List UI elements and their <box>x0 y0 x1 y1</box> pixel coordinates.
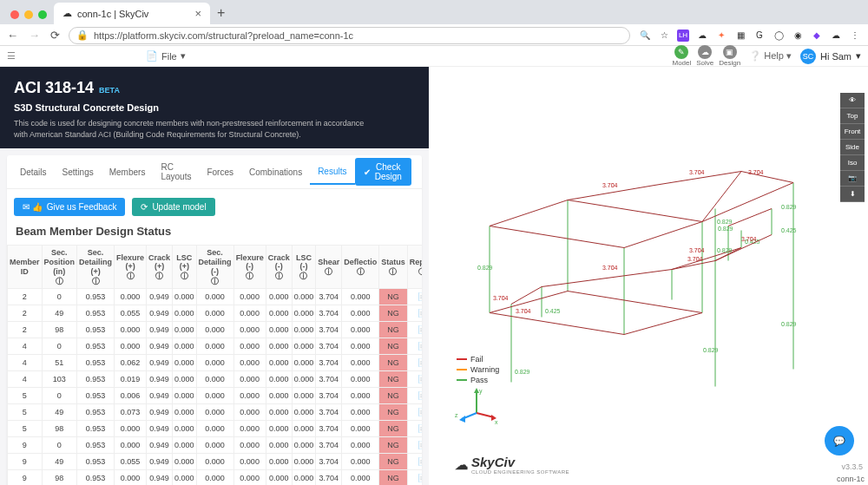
window-controls[interactable] <box>7 10 54 24</box>
mode-model[interactable]: ✎Model <box>672 45 691 67</box>
report-icon[interactable]: 📄 <box>418 408 422 416</box>
skyciv-logo: ☁ SkyCiv CLOUD ENGINEERING SOFTWARE <box>455 455 569 475</box>
report-icon[interactable]: 📄 <box>418 441 422 449</box>
url-text: https://platform.skyciv.com/structural?p… <box>94 30 353 41</box>
svg-text:3.704: 3.704 <box>741 236 757 242</box>
col-header: Member ID <box>8 246 43 289</box>
update-model-button[interactable]: ⟳ Update model <box>132 198 214 216</box>
status-cell: NG <box>379 371 408 388</box>
svg-text:0.829: 0.829 <box>703 347 719 353</box>
report-icon[interactable]: 📄 <box>418 358 422 367</box>
report-icon[interactable]: 📄 <box>418 474 422 482</box>
tab-combinations[interactable]: Combinations <box>241 161 310 184</box>
svg-line-27 <box>702 172 741 222</box>
code-subtitle: S3D Structural Concrete Design <box>14 102 415 113</box>
minimize-window-icon[interactable] <box>24 10 33 19</box>
report-icon[interactable]: 📄 <box>418 375 422 383</box>
svg-text:0.425: 0.425 <box>545 308 561 314</box>
ext-icon[interactable]: G <box>753 29 766 42</box>
back-icon[interactable]: ← <box>7 29 18 42</box>
col-header: Sec. Detailing (-) ⓘ <box>196 246 233 289</box>
report-icon[interactable]: 📄 <box>418 342 422 351</box>
view-camera-button[interactable]: 📷 <box>840 171 865 187</box>
mode-solve[interactable]: ☁Solve <box>696 45 713 67</box>
view-side-button[interactable]: Side <box>840 140 865 155</box>
maximize-window-icon[interactable] <box>38 10 47 19</box>
table-row: 900.9530.0000.9490.0000.0000.0000.0000.0… <box>8 437 423 454</box>
view-iso-button[interactable]: Iso <box>840 155 865 171</box>
ext-icon[interactable]: ▦ <box>734 29 746 42</box>
svg-line-35 <box>490 313 624 335</box>
menu-icon[interactable]: ⋮ <box>849 29 861 42</box>
status-cell: NG <box>379 355 408 371</box>
view-download-button[interactable]: ⬇ <box>840 187 865 202</box>
svg-text:0.829: 0.829 <box>717 219 733 225</box>
ext-icon[interactable]: ◯ <box>773 29 785 42</box>
table-row: 200.9530.0000.9490.0000.0000.0000.0000.0… <box>8 289 423 305</box>
browser-tab[interactable]: ☁ conn-1c | SkyCiv × <box>54 3 210 24</box>
table-row: 41030.9530.0190.9490.0000.0000.0000.0000… <box>8 371 423 388</box>
ext-icon[interactable]: ◆ <box>811 29 823 42</box>
report-icon[interactable]: 📄 <box>418 424 422 433</box>
ext-icon[interactable]: ✦ <box>715 29 727 42</box>
view-controls: 👁 Top Front Side Iso 📷 ⬇ <box>840 93 865 202</box>
tab-forces[interactable]: Forces <box>199 161 241 184</box>
chat-button[interactable]: 💬 <box>825 426 854 456</box>
results-table-wrap[interactable]: Member IDSec. Position (in) ⓘSec. Detail… <box>7 245 422 485</box>
table-row: 400.9530.0000.9490.0000.0000.0000.0000.0… <box>8 338 423 355</box>
avatar: SC <box>800 49 816 64</box>
svg-line-37 <box>511 287 542 305</box>
new-tab-button[interactable]: + <box>210 2 232 24</box>
col-header: Report ⓘ <box>407 246 422 289</box>
forward-icon[interactable]: → <box>29 29 40 42</box>
app-toolbar: ☰ 📄 File ▾ ✎Model ☁Solve ▣Design ❔ Help … <box>0 46 868 67</box>
ext-icon[interactable]: ☁ <box>696 29 708 42</box>
report-icon[interactable]: 📄 <box>418 391 422 400</box>
col-header: Deflectio ⓘ <box>342 246 379 289</box>
report-icon[interactable]: 📄 <box>418 309 422 318</box>
report-icon[interactable]: 📄 <box>418 292 422 301</box>
status-cell: NG <box>379 470 408 485</box>
reload-icon[interactable]: ⟳ <box>50 29 60 42</box>
tab-details[interactable]: Details <box>12 161 55 184</box>
search-icon[interactable]: 🔍 <box>639 29 651 42</box>
star-icon[interactable]: ☆ <box>658 29 670 42</box>
tab-results[interactable]: Results <box>310 160 354 185</box>
ext-icon[interactable]: ☁ <box>830 29 842 42</box>
code-header: ACI 318-14 BETA S3D Structural Concrete … <box>0 67 429 148</box>
cloud-icon: ☁ <box>455 457 468 473</box>
tab-rc-layouts[interactable]: RC Layouts <box>153 155 199 188</box>
svg-line-30 <box>702 183 793 222</box>
feedback-button[interactable]: ✉ 👍 Give us Feedback <box>14 198 125 216</box>
col-header: Crack (-) ⓘ <box>266 246 292 289</box>
status-cell: NG <box>379 322 408 338</box>
view-front-button[interactable]: Front <box>840 124 865 140</box>
tab-settings[interactable]: Settings <box>55 161 102 184</box>
close-tab-icon[interactable]: × <box>194 7 201 20</box>
file-menu[interactable]: 📄 File ▾ <box>146 50 186 62</box>
ext-icon[interactable]: ◉ <box>792 29 804 42</box>
view-eye-button[interactable]: 👁 <box>840 93 865 108</box>
report-icon[interactable]: 📄 <box>418 325 422 334</box>
svg-text:0.829: 0.829 <box>781 321 797 327</box>
viewer-3d[interactable]: 👁 Top Front Side Iso 📷 ⬇ 0.829 0.829 0.8… <box>429 67 868 485</box>
svg-text:y: y <box>479 388 483 395</box>
close-window-icon[interactable] <box>10 10 19 19</box>
menu-icon[interactable]: ☰ <box>7 50 24 62</box>
mode-design[interactable]: ▣Design <box>719 45 740 67</box>
user-menu[interactable]: SC Hi Sam ▾ <box>800 49 861 64</box>
ext-icon[interactable]: LH <box>677 29 689 42</box>
tab-members[interactable]: Members <box>102 161 154 184</box>
check-design-button[interactable]: ✔ Check Design <box>355 158 412 186</box>
tab-title: conn-1c | SkyCiv <box>77 9 148 19</box>
address-bar[interactable]: 🔒 https://platform.skyciv.com/structural… <box>69 27 630 44</box>
view-top-button[interactable]: Top <box>840 108 865 124</box>
help-menu[interactable]: ❔ Help ▾ <box>749 50 792 62</box>
file-icon: 📄 <box>146 50 158 62</box>
svg-text:3.704: 3.704 <box>516 308 531 314</box>
report-icon[interactable]: 📄 <box>418 457 422 466</box>
svg-line-41 <box>672 261 715 270</box>
svg-line-31 <box>728 209 772 226</box>
table-row: 2490.9530.0550.9490.0000.0000.0000.0000.… <box>8 305 423 322</box>
table-row: 500.9530.0060.9490.0000.0000.0000.0000.0… <box>8 388 423 404</box>
